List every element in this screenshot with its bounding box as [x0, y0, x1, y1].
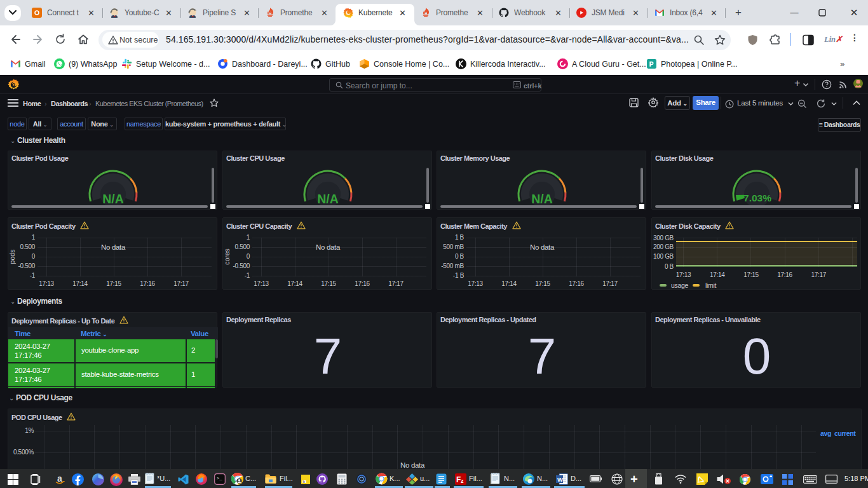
svg-text:N/A: N/A [531, 192, 553, 206]
svg-text:b: b [303, 480, 305, 484]
svg-text:7.03%: 7.03% [743, 193, 771, 203]
svg-text:W: W [557, 476, 563, 483]
svg-text:N/A: N/A [317, 192, 339, 206]
svg-text:>_: >_ [217, 476, 222, 481]
svg-text:a: a [57, 474, 62, 484]
svg-text:z: z [461, 478, 464, 484]
svg-text:N/A: N/A [102, 192, 124, 206]
